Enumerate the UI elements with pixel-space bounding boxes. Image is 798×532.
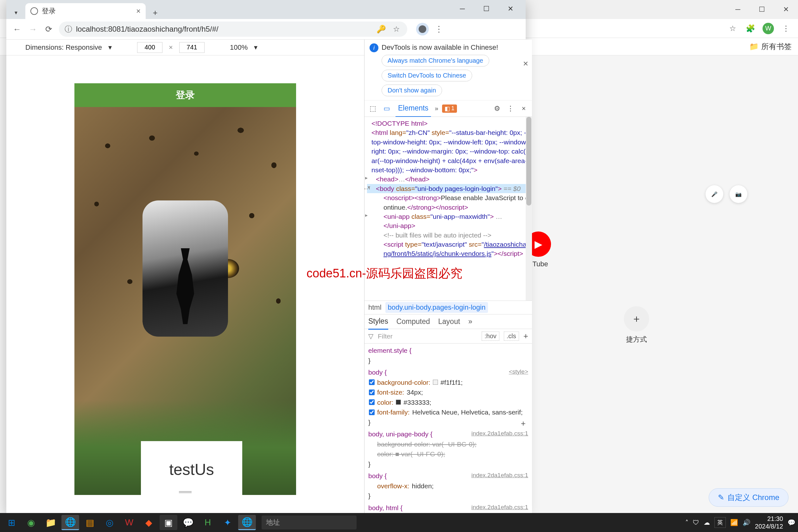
- style-source-link[interactable]: index.2da1efab.css:1: [471, 429, 528, 438]
- phone-drag-handle[interactable]: [179, 491, 192, 493]
- minimize-button[interactable]: ─: [457, 3, 468, 15]
- notice-close-icon[interactable]: ×: [523, 59, 528, 69]
- dimensions-label[interactable]: Dimensions: Responsive: [25, 43, 102, 52]
- prop-checkbox[interactable]: [369, 379, 375, 385]
- taskbar-search[interactable]: 地址: [262, 515, 357, 530]
- clock[interactable]: 21:30 2024/8/12: [755, 515, 783, 530]
- filter-input[interactable]: Filter: [378, 332, 477, 340]
- chrome-tab-strip: ▾ 登录 × + ─ ☐ ✕: [6, 0, 526, 19]
- tabs-overflow-icon[interactable]: »: [435, 105, 438, 112]
- maximize-button[interactable]: ☐: [481, 3, 492, 15]
- zoom-level[interactable]: 100%: [230, 43, 248, 52]
- breadcrumb-html[interactable]: html: [368, 303, 382, 311]
- chrome-menu-button[interactable]: ⋮: [433, 23, 444, 35]
- prop-checkbox[interactable]: [369, 399, 375, 405]
- add-property-icon[interactable]: +: [521, 417, 526, 430]
- bg-add-shortcut[interactable]: ＋ 捷方式: [526, 306, 747, 344]
- styles-tab[interactable]: Styles: [368, 314, 388, 330]
- username-input[interactable]: testUs: [141, 441, 242, 495]
- tray-chevron-icon[interactable]: ˄: [685, 519, 688, 526]
- tab-search-dropdown[interactable]: ▾: [10, 6, 22, 19]
- dont-show-button[interactable]: Don't show again: [382, 84, 442, 96]
- system-tray[interactable]: ˄ 🛡 ☁ 英 📶 🔊 21:30 2024/8/12 💬: [685, 515, 796, 530]
- volume-icon[interactable]: 🔊: [743, 519, 750, 526]
- elements-tab[interactable]: Elements: [396, 100, 431, 117]
- prop-checkbox[interactable]: [369, 410, 375, 415]
- bg-extensions-icon[interactable]: 🧩: [745, 23, 756, 34]
- back-button[interactable]: ←: [12, 23, 23, 35]
- tab-close-icon[interactable]: ×: [136, 7, 140, 16]
- bg-lens-search-icon[interactable]: 📷: [729, 185, 747, 203]
- layout-tab[interactable]: Layout: [438, 314, 460, 329]
- bg-voice-search-icon[interactable]: 🎤: [705, 185, 723, 203]
- inspect-element-icon[interactable]: ⬚: [368, 103, 378, 114]
- profile-button[interactable]: [416, 23, 429, 36]
- settings-gear-icon[interactable]: ⚙: [492, 103, 502, 114]
- notifications-icon[interactable]: 💬: [787, 519, 796, 526]
- devtools-menu-icon[interactable]: ⋮: [506, 103, 515, 114]
- height-input[interactable]: [179, 42, 205, 53]
- always-match-button[interactable]: Always match Chrome's language: [382, 55, 489, 66]
- bg-close-button[interactable]: ✕: [780, 4, 792, 15]
- styles-overflow-icon[interactable]: »: [468, 314, 473, 329]
- style-source-link[interactable]: <style>: [509, 367, 528, 377]
- chrome2-taskbar-icon[interactable]: 🌐: [238, 515, 256, 530]
- tray-shield-icon[interactable]: 🛡: [693, 519, 699, 526]
- tray-cloud-icon[interactable]: ☁: [704, 519, 710, 526]
- address-bar[interactable]: ⓘ localhost:8081/tiaozaoshichang/front/h…: [59, 21, 407, 37]
- close-button[interactable]: ✕: [505, 3, 516, 15]
- width-input[interactable]: [137, 42, 163, 53]
- cls-toggle[interactable]: .cls: [504, 331, 519, 341]
- reload-button[interactable]: ⟳: [43, 23, 55, 35]
- devtools-close-icon[interactable]: ×: [519, 103, 529, 114]
- devtools-panel: i DevTools is now available in Chinese! …: [364, 40, 532, 513]
- sublime-icon[interactable]: ▤: [81, 515, 99, 530]
- start-button[interactable]: ⊞: [2, 515, 20, 530]
- computed-tab[interactable]: Computed: [397, 314, 430, 329]
- window-controls: ─ ☐ ✕: [447, 3, 526, 15]
- app-icon-blue[interactable]: ✦: [218, 515, 236, 530]
- styles-tabs: Styles Computed Layout »: [364, 315, 532, 329]
- bg-bookmark-all[interactable]: 📁所有书签: [749, 41, 792, 52]
- wechat-icon[interactable]: 💬: [179, 515, 197, 530]
- device-toggle-icon[interactable]: ▭: [382, 103, 392, 114]
- wifi-icon[interactable]: 📶: [730, 519, 738, 526]
- ide-icon[interactable]: ▣: [159, 515, 177, 530]
- style-source-link[interactable]: index.2da1efab.css:1: [471, 471, 528, 480]
- ime-indicator[interactable]: 英: [715, 517, 726, 528]
- styles-filter-bar: ▽ Filter :hov .cls +: [364, 329, 532, 344]
- bookmark-star-icon[interactable]: ☆: [392, 24, 401, 34]
- zoom-dropdown-icon[interactable]: ▾: [254, 43, 258, 52]
- chrome-tab-active[interactable]: 登录 ×: [25, 3, 146, 19]
- app-icon-h[interactable]: H: [199, 515, 216, 530]
- dom-scrollbar[interactable]: [526, 117, 532, 301]
- wps-icon[interactable]: W: [120, 515, 138, 530]
- taskbar-app-1[interactable]: ◉: [22, 515, 40, 530]
- breadcrumb-body[interactable]: body.uni-body.pages-login-login: [385, 302, 488, 313]
- prop-checkbox[interactable]: [369, 390, 375, 395]
- forward-button[interactable]: →: [27, 23, 39, 35]
- dimensions-dropdown-icon[interactable]: ▾: [108, 43, 112, 52]
- bg-minimize-button[interactable]: ─: [732, 4, 743, 15]
- styles-panel[interactable]: element.style { } <style> body { backgro…: [364, 344, 532, 513]
- password-key-icon[interactable]: 🔑: [376, 24, 386, 34]
- bg-maximize-button[interactable]: ☐: [756, 4, 767, 15]
- add-rule-icon[interactable]: +: [524, 331, 528, 341]
- bg-profile-avatar[interactable]: W: [762, 23, 774, 34]
- bg-star-icon[interactable]: ☆: [727, 23, 739, 34]
- app-icon-orange[interactable]: ◆: [140, 515, 158, 530]
- new-tab-button[interactable]: +: [149, 6, 162, 19]
- style-source-link[interactable]: index.2da1efab.css:1: [471, 503, 528, 512]
- file-explorer-icon[interactable]: 📁: [42, 515, 59, 530]
- bg-customize-chrome-button[interactable]: ✎ 自定义 Chrome: [709, 488, 788, 507]
- site-info-icon[interactable]: ⓘ: [64, 24, 72, 34]
- chrome-taskbar-icon[interactable]: 🌐: [61, 515, 79, 530]
- hov-toggle[interactable]: :hov: [482, 331, 499, 341]
- edge-icon[interactable]: ◎: [101, 515, 118, 530]
- dom-tree[interactable]: <!DOCTYPE html> <html lang="zh-CN" style…: [364, 117, 532, 301]
- switch-chinese-button[interactable]: Switch DevTools to Chinese: [382, 70, 472, 81]
- dom-breadcrumb[interactable]: html body.uni-body.pages-login-login: [364, 301, 532, 315]
- issues-badge[interactable]: ◧ 1: [442, 104, 457, 113]
- phone-frame[interactable]: 登录 testUs: [74, 83, 296, 495]
- bg-menu-icon[interactable]: ⋮: [780, 23, 792, 34]
